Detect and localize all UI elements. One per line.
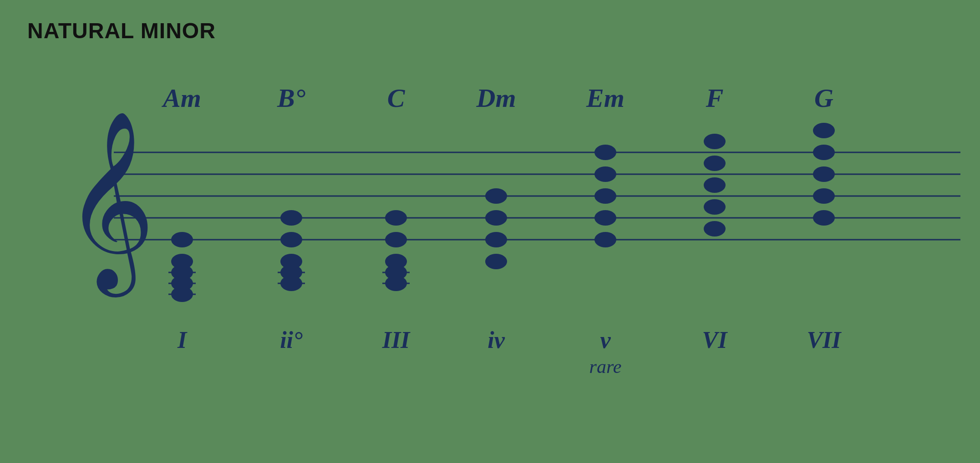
chord-name-g: G: [814, 83, 833, 113]
chord-name-dm: Dm: [476, 83, 516, 113]
note-bdim-4: [280, 232, 302, 247]
roman-vi: VI: [702, 327, 728, 353]
chord-name-c: C: [387, 83, 406, 113]
chord-name-f: F: [706, 83, 724, 113]
note-g-5: [813, 123, 835, 138]
score-area: Am B° C Dm Em F G 𝄞: [27, 57, 953, 400]
note-em-2: [594, 210, 616, 226]
page-title: NATURAL MINOR: [27, 18, 953, 43]
note-f-2: [704, 199, 726, 215]
note-em-3: [594, 188, 616, 204]
chord-name-em: Em: [586, 83, 625, 113]
treble-clef: 𝄞: [64, 112, 155, 298]
roman-vii: VII: [807, 327, 842, 353]
note-c-3: [385, 254, 407, 269]
note-bdim-3: [280, 254, 302, 269]
roman-v-rare: rare: [589, 356, 622, 377]
note-g-1: [813, 210, 835, 226]
note-em-1: [594, 232, 616, 247]
roman-v: v: [600, 327, 611, 353]
note-c-5: [385, 210, 407, 226]
note-am-4: [171, 254, 193, 269]
note-g-4: [813, 145, 835, 160]
note-dm-3: [485, 210, 507, 226]
note-g-2: [813, 188, 835, 204]
note-bdim-5: [280, 210, 302, 226]
note-f-1: [704, 221, 726, 237]
note-dm-1: [485, 254, 507, 269]
roman-i: I: [177, 327, 188, 353]
main-container: NATURAL MINOR Am B° C Dm Em F G: [0, 0, 980, 463]
note-f-4: [704, 156, 726, 171]
chord-name-am: Am: [162, 83, 201, 113]
roman-iv: iv: [487, 327, 505, 353]
roman-iii: III: [382, 327, 411, 353]
note-dm-2: [485, 232, 507, 247]
note-em-5: [594, 145, 616, 160]
note-f-5: [704, 134, 726, 149]
note-dm-4: [485, 188, 507, 204]
note-c-4: [385, 232, 407, 247]
note-g-3: [813, 166, 835, 182]
chord-name-bdim: B°: [277, 83, 305, 113]
note-f-3: [704, 177, 726, 193]
note-am-5: [171, 232, 193, 247]
roman-ii: ii°: [280, 327, 303, 353]
note-em-4: [594, 166, 616, 182]
